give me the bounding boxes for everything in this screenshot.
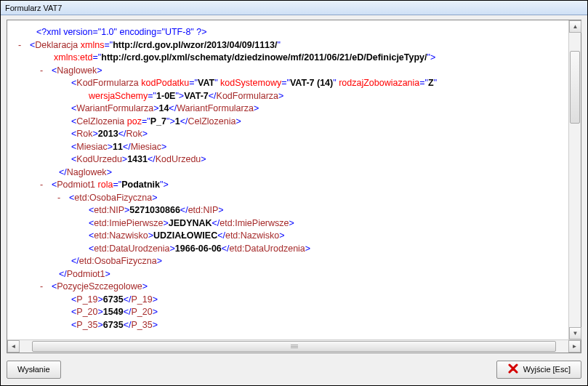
window-title: Formularz VAT7 — [5, 4, 62, 12]
send-button-label: Wysłanie — [17, 365, 50, 374]
collapse-toggle[interactable]: - — [36, 179, 47, 192]
pozycje-open: - <PozycjeSzczegolowe> — [15, 281, 568, 294]
exit-button[interactable]: Wyjście [Esc] — [496, 361, 581, 379]
client-area: <?xml version="1.0" encoding="UTF-8" ?> … — [1, 15, 587, 385]
osoba-open: - <etd:OsobaFizyczna> — [15, 192, 568, 205]
kodformularza-line1: <KodFormularza kodPodatku="VAT" kodSyste… — [15, 77, 568, 90]
grip-icon — [291, 345, 298, 349]
naglowek-open: - <Naglowek> — [15, 65, 568, 78]
p35-line: <P_35>6735</P_35> — [15, 319, 568, 332]
window-titlebar: Formularz VAT7 — [1, 1, 587, 15]
hscroll-track[interactable] — [20, 340, 568, 353]
scroll-down-icon[interactable]: ▼ — [569, 327, 581, 339]
naglowek-close: </Naglowek> — [15, 166, 568, 180]
xml-tree[interactable]: <?xml version="1.0" encoding="UTF-8" ?> … — [7, 20, 581, 339]
kodformularza-line2: wersjaSchemy="1-0E">VAT-7</KodFormularza… — [15, 90, 568, 103]
collapse-toggle[interactable]: - — [15, 39, 25, 52]
collapse-toggle[interactable]: - — [36, 65, 47, 78]
data-line: <etd:DataUrodzenia>1966-06-06</etd:DataU… — [15, 243, 568, 256]
podmiot-close: </Podmiot1> — [15, 268, 568, 281]
miesiac-line: <Miesiac>11</Miesiac> — [15, 141, 568, 154]
nip-line: <etd:NIP>5271030866</etd:NIP> — [15, 204, 568, 217]
osoba-close: </etd:OsobaFizyczna> — [15, 255, 568, 268]
xml-root-attr2: xmlns:etd="http://crd.gov.pl/xml/schemat… — [15, 52, 568, 65]
cel-line: <CelZlozenia poz="P_7">1</CelZlozenia> — [15, 116, 568, 129]
vscroll-thumb[interactable] — [570, 51, 580, 124]
p19-line: <P_19>6735</P_19> — [15, 294, 568, 307]
podmiot-open: - <Podmiot1 rola="Podatnik"> — [15, 179, 568, 192]
rok-line: <Rok>2013</Rok> — [15, 128, 568, 141]
nazwisko-line: <etd:Nazwisko>UDZIAŁOWIEC</etd:Nazwisko> — [15, 230, 568, 243]
xml-declaration: <?xml version="1.0" encoding="UTF-8" ?> — [15, 26, 568, 39]
p20-line: <P_20>1549</P_20> — [15, 306, 568, 319]
exit-button-label: Wyjście [Esc] — [523, 365, 571, 374]
xml-viewer-panel: <?xml version="1.0" encoding="UTF-8" ?> … — [7, 20, 581, 353]
collapse-toggle[interactable]: - — [54, 192, 64, 205]
scroll-up-icon[interactable]: ▲ — [569, 20, 581, 33]
kodurzedu-line: <KodUrzedu>1431</KodUrzedu> — [15, 153, 568, 166]
imie-line: <etd:ImiePierwsze>JEDYNAK</etd:ImiePierw… — [15, 217, 568, 230]
bottom-toolbar: Wysłanie Wyjście [Esc] — [7, 353, 581, 379]
scroll-left-icon[interactable]: ◄ — [7, 340, 20, 353]
collapse-toggle[interactable]: - — [36, 281, 47, 294]
scroll-right-icon[interactable]: ► — [568, 340, 581, 353]
xml-root-open: - <Deklaracja xmlns="http://crd.gov.pl/w… — [15, 39, 568, 52]
close-icon — [507, 363, 519, 376]
hscroll-thumb[interactable] — [32, 341, 556, 352]
wariant-line: <WariantFormularza>14</WariantFormularza… — [15, 102, 568, 116]
vscroll-track[interactable] — [569, 33, 581, 327]
vertical-scrollbar[interactable]: ▲ ▼ — [568, 20, 581, 339]
horizontal-scrollbar[interactable]: ◄ ► — [7, 339, 581, 353]
send-button[interactable]: Wysłanie — [7, 361, 61, 379]
